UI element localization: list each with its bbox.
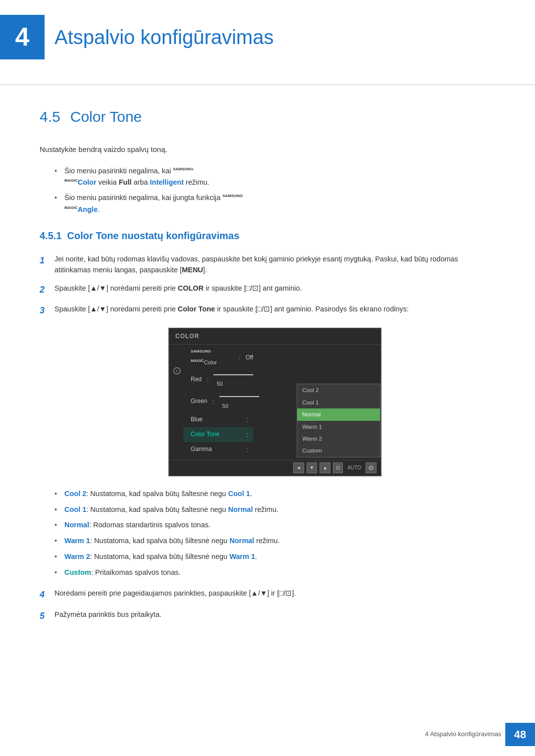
- separator-5: :: [246, 429, 248, 441]
- step-number-3: 3: [40, 303, 54, 318]
- section-bullets: Šio meniu pasirinkti negalima, kai SAMSU…: [54, 165, 495, 215]
- menu-value-green: 50: [219, 392, 259, 410]
- dd-custom[interactable]: Custom: [297, 445, 380, 456]
- steps-list-continued: 4 Norėdami pereiti prie pageidaujamos pa…: [40, 588, 495, 623]
- nav-auto[interactable]: AUTO: [345, 463, 363, 473]
- chapter-header: 4 Atspalvio konfigūravimas: [0, 0, 535, 69]
- monitor-mockup: COLOR ⊙ SAMSUNGMAGICColor : Off: [54, 328, 495, 476]
- steps-list: 1 Jei norite, kad būtų rodomas klavišų v…: [40, 253, 495, 318]
- separator-2: :: [207, 373, 209, 385]
- step-text-5: Pažymėta parinktis bus pritaikyta.: [54, 609, 495, 620]
- menu-row-gamma: Gamma :: [183, 442, 253, 457]
- bullet-item-1: Šio meniu pasirinkti negalima, kai SAMSU…: [54, 165, 495, 188]
- step-text-1: Jei norite, kad būtų rodomas klavišų vad…: [54, 253, 495, 276]
- menu-label-color-tone: Color Tone: [191, 430, 241, 439]
- monitor-nav-bar: ◄ ▼ ▲ ⊡ AUTO ⏻: [169, 460, 380, 475]
- section-title: 4.5Color Tone: [40, 105, 495, 131]
- subsection-heading: Color Tone nuostatų konfigūravimas: [67, 230, 239, 241]
- menu-label-green: Green: [191, 397, 207, 406]
- monitor-icon: ⊙: [169, 345, 183, 379]
- separator-6: :: [246, 444, 248, 455]
- nav-back[interactable]: ◄: [293, 462, 304, 473]
- menu-row-magic-color: SAMSUNGMAGICColor : Off: [183, 347, 253, 368]
- option-normal: Normal: Rodomas standartinis spalvos ton…: [54, 520, 495, 531]
- menu-label-red: Red: [191, 375, 202, 384]
- nav-power[interactable]: ⏻: [366, 462, 376, 473]
- magic-color-brand: Color: [78, 178, 97, 186]
- ref-warm1: Warm 1: [229, 553, 255, 560]
- option-cool2: Cool 2: Nustatoma, kad spalva būtų šalte…: [54, 489, 495, 500]
- right-panel: Cool 2 Cool 1 Normal Warm 1 Warm 2 Custo…: [297, 345, 380, 459]
- monitor-frame: COLOR ⊙ SAMSUNGMAGICColor : Off: [168, 328, 381, 476]
- header-divider: [0, 84, 535, 85]
- term-custom: Custom: [64, 568, 91, 576]
- step-text-2: Spauskite [▲/▼] norėdami pereiti prie CO…: [54, 283, 495, 294]
- term-normal: Normal: [64, 521, 89, 529]
- page-container: 4 Atspalvio konfigūravimas 4.5Color Tone…: [0, 0, 535, 756]
- monitor-content-area: ⊙ SAMSUNGMAGICColor : Off Red :: [169, 345, 380, 459]
- bullet-item-2: Šio meniu pasirinkti negalima, kai įjung…: [54, 192, 495, 215]
- main-content: 4.5Color Tone Nustatykite bendrą vaizdo …: [0, 105, 535, 623]
- step-number-1: 1: [40, 253, 54, 268]
- step-4: 4 Norėdami pereiti prie pageidaujamos pa…: [40, 588, 495, 602]
- step-2: 2 Spauskite [▲/▼] norėdami pereiti prie …: [40, 283, 495, 297]
- chapter-number-block: 4: [0, 15, 45, 59]
- menu-row-color-tone: Color Tone :: [183, 427, 253, 442]
- step-text-3: Spauskite [▲/▼] norėdami pereiti prie Co…: [54, 303, 495, 314]
- menu-label-gamma: Gamma: [191, 445, 241, 454]
- menu-label-blue: Blue: [191, 415, 241, 424]
- dd-warm1[interactable]: Warm 1: [297, 421, 380, 433]
- monitor-title: COLOR: [175, 333, 199, 340]
- dd-cool2[interactable]: Cool 2: [297, 384, 380, 396]
- separator-4: :: [246, 414, 248, 426]
- nav-down[interactable]: ▼: [307, 462, 318, 473]
- subsection-title: 4.5.1 Color Tone nuostatų konfigūravimas: [40, 228, 495, 244]
- step-3: 3 Spauskite [▲/▼] norėdami pereiti prie …: [40, 303, 495, 318]
- option-warm2: Warm 2: Nustatoma, kad spalva būtų šilte…: [54, 552, 495, 562]
- option-warm1: Warm 1: Nustatoma, kad spalva būtų šilte…: [54, 536, 495, 547]
- page-footer: 4 Atspalvio konfigūravimas 48: [425, 723, 535, 746]
- subsection-number: 4.5.1: [40, 230, 61, 241]
- term-cool2: Cool 2: [64, 490, 86, 498]
- footer-chapter-label: 4 Atspalvio konfigūravimas: [425, 729, 505, 740]
- menu-value-magic-color: Off: [246, 353, 254, 362]
- step-5: 5 Pažymėta parinktis bus pritaikyta.: [40, 609, 495, 623]
- step-number-5: 5: [40, 609, 54, 623]
- menu-value-red: 50: [214, 370, 253, 389]
- step-number-2: 2: [40, 283, 54, 297]
- step-text-4: Norėdami pereiti prie pageidaujamos pari…: [54, 588, 495, 599]
- menu-row-red: Red : 50: [183, 368, 253, 390]
- magic-angle-brand: Angle: [78, 205, 98, 213]
- separator-1: :: [238, 352, 240, 364]
- term-warm2: Warm 2: [64, 553, 90, 560]
- option-cool1: Cool 1: Nustatoma, kad spalva būtų šalte…: [54, 504, 495, 515]
- separator-3: :: [212, 396, 214, 407]
- full-label: Full: [119, 178, 132, 186]
- dd-cool1[interactable]: Cool 1: [297, 397, 380, 408]
- options-list: Cool 2: Nustatoma, kad spalva būtų šalte…: [54, 489, 495, 578]
- left-panel: SAMSUNGMAGICColor : Off Red : 50: [183, 345, 253, 459]
- term-cool1: Cool 1: [64, 505, 86, 513]
- intro-text: Nustatykite bendrą vaizdo spalvų toną.: [40, 144, 495, 155]
- section-heading: Color Tone: [70, 108, 142, 125]
- ref-cool1: Cool 1: [228, 490, 250, 498]
- chapter-number: 4: [15, 16, 30, 57]
- section-number: 4.5: [40, 108, 60, 125]
- step-1: 1 Jei norite, kad būtų rodomas klavišų v…: [40, 253, 495, 276]
- option-custom: Custom: Pritaikomas spalvos tonas.: [54, 567, 495, 578]
- ref-normal-1: Normal: [228, 505, 253, 513]
- ref-normal-2: Normal: [229, 537, 254, 545]
- chapter-title: Atspalvio konfigūravimas: [54, 15, 273, 59]
- color-tone-dropdown: Cool 2 Cool 1 Normal Warm 1 Warm 2 Custo…: [297, 384, 380, 457]
- menu-label-magic-color: SAMSUNGMAGICColor: [191, 349, 233, 367]
- monitor-title-bar: COLOR: [169, 329, 380, 345]
- footer-page-number: 48: [505, 723, 535, 746]
- step-number-4: 4: [40, 588, 54, 602]
- dd-normal[interactable]: Normal: [297, 408, 380, 420]
- menu-row-green: Green : 50: [183, 390, 253, 412]
- intelligent-label: Intelligent: [150, 178, 184, 186]
- nav-enter[interactable]: ⊡: [333, 462, 343, 473]
- menu-row-blue: Blue :: [183, 412, 253, 427]
- nav-up[interactable]: ▲: [320, 462, 330, 473]
- dd-warm2[interactable]: Warm 2: [297, 433, 380, 445]
